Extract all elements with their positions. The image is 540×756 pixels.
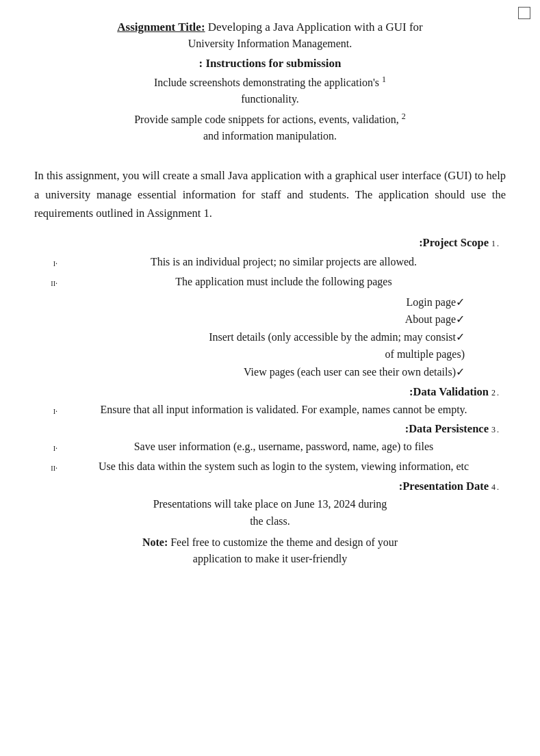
scope-item-1-text: This is an individual project; no simila… <box>62 254 506 271</box>
submission-num-2: 2 <box>402 112 406 121</box>
project-scope-heading-row: :Project Scope 1 . <box>34 236 506 250</box>
data-validation-dot: . <box>497 388 499 398</box>
scope-item-1-num: I. <box>34 254 62 271</box>
scope-item-2-num: II. <box>34 274 62 291</box>
assignment-title-line: Assignment Title: Developing a Java Appl… <box>34 21 506 34</box>
note-line: Note: Feel free to customize the theme a… <box>34 534 506 569</box>
note-text: Feel free to customize the theme and des… <box>170 536 398 548</box>
sub-item-about: About page✓ <box>34 311 465 328</box>
presentation-date-num: 4 <box>491 482 496 493</box>
persistence-item-2-num: II. <box>34 458 62 475</box>
window-corner-icon <box>518 7 530 19</box>
data-persistence-dot: . <box>497 425 499 435</box>
persistence-item-1-text: Save user information (e.g., username, p… <box>62 439 506 456</box>
data-persistence-heading: :Data Persistence <box>405 422 489 436</box>
validation-item-1-text: Ensure that all input information is val… <box>62 402 506 419</box>
persistence-item-1: I. Save user information (e.g., username… <box>34 439 506 456</box>
scope-sub-list: Login page✓ About page✓ Insert details (… <box>34 294 506 381</box>
scope-item-2: II. The application must include the fol… <box>34 274 506 291</box>
note-label: Note: <box>142 536 170 548</box>
project-scope-heading: :Project Scope <box>419 236 489 250</box>
project-scope-num: 1 <box>491 239 496 249</box>
presentation-date-text: Presentations will take place on June 13… <box>34 496 506 530</box>
page-container: Assignment Title: Developing a Java Appl… <box>0 0 540 756</box>
project-scope-dot: . <box>497 239 499 249</box>
instructions-heading: Instructions for submission <box>34 57 506 70</box>
data-persistence-heading-row: :Data Persistence 3 . <box>34 422 506 436</box>
sub-item-insert: Insert details (only accessible by the a… <box>34 328 465 346</box>
persistence-item-2-text: Use this data within the system such as … <box>62 458 506 475</box>
sub-item-view: View pages (each user can see their own … <box>34 363 465 381</box>
header-section: Assignment Title: Developing a Java Appl… <box>34 21 506 144</box>
sub-item-login: Login page✓ <box>34 294 465 311</box>
data-validation-heading-row: :Data Validation 2 . <box>34 385 506 399</box>
note-text-cont: application to make it user-friendly <box>193 553 347 564</box>
data-validation-num: 2 <box>491 388 496 398</box>
presentation-date-heading: :Presentation Date <box>399 480 489 493</box>
validation-item-1-num: I. <box>34 402 62 419</box>
sub-item-insert-cont: of multiple pages) <box>34 346 465 363</box>
presentation-date-dot: . <box>497 482 499 493</box>
data-validation-heading: :Data Validation <box>409 385 489 399</box>
scope-item-2-text: The application must include the followi… <box>62 274 506 291</box>
submission-item-1: Include screenshots demonstrating the ap… <box>34 73 506 107</box>
submission-num-1: 1 <box>382 75 386 84</box>
assignment-title-label: Assignment Title: <box>117 21 205 34</box>
data-persistence-num: 3 <box>491 425 496 435</box>
submission-item-2: Provide sample code snippets for actions… <box>34 110 506 144</box>
persistence-item-1-num: I. <box>34 439 62 456</box>
scope-item-1: I. This is an individual project; no sim… <box>34 254 506 271</box>
presentation-date-heading-row: :Presentation Date 4 . <box>34 480 506 493</box>
intro-paragraph: In this assignment, you will create a sm… <box>34 166 506 222</box>
validation-item-1: I. Ensure that all input information is … <box>34 402 506 419</box>
assignment-title-text: Developing a Java Application with a GUI… <box>208 21 423 34</box>
persistence-item-2: II. Use this data within the system such… <box>34 458 506 475</box>
assignment-subtitle: University Information Management. <box>34 36 506 53</box>
